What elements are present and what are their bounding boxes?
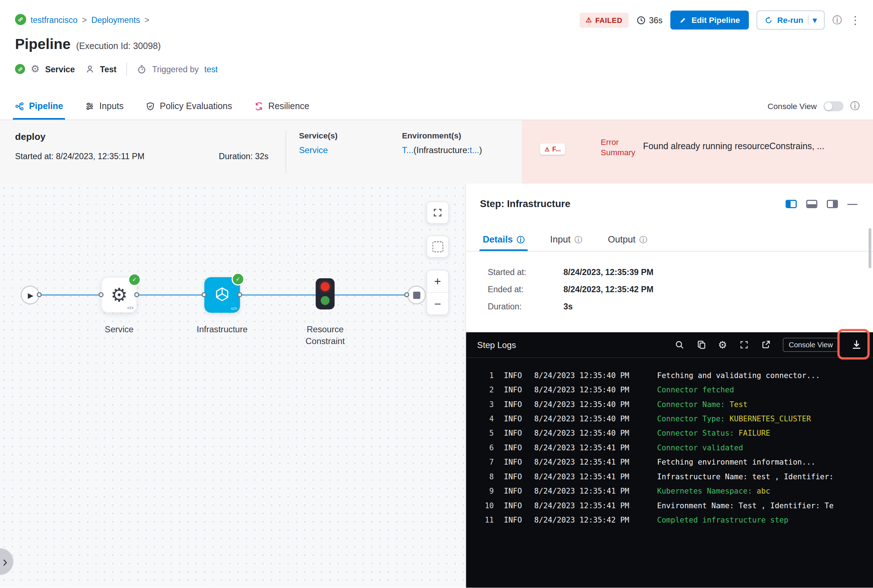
log-settings-icon[interactable]: ⚙ [718,340,727,350]
marquee-select-button[interactable] [427,236,449,258]
detail-row-duration: Duration: 3s [488,302,573,311]
step-details-panel: Step: Infrastructure — Details ⓘ Input ⓘ… [466,184,873,588]
edge [39,294,101,296]
log-line: 4INFO8/24/2023 12:35:40 PMConnector Type… [466,411,873,426]
console-view-button[interactable]: Console View [783,338,839,352]
environment-link[interactable]: T...(Infrastructure:t...) [402,145,482,155]
log-message-segment: Fetching environment information... [657,458,816,466]
fit-to-screen-button[interactable] [427,201,449,224]
step-logs-title: Step Logs [477,340,516,350]
connector-dot [37,292,42,297]
triggered-by-user-link[interactable]: test [204,64,218,74]
harness-link-icon [15,14,26,25]
log-message: Fetching environment information... [657,458,816,466]
log-level: INFO [504,399,522,408]
log-level: INFO [504,458,522,466]
marquee-icon [432,242,443,252]
log-line-number: 1 [477,368,494,382]
node-label-infrastructure: Infrastructure [186,324,258,336]
detail-label: Started at: [488,267,563,276]
resource-constraint-node[interactable] [316,278,335,309]
log-level: INFO [504,370,522,380]
detail-row-ended: Ended at: 8/24/2023, 12:35:42 PM [488,284,653,294]
log-timestamp: 8/24/2023 12:35:40 PM [534,399,630,408]
tab-resilience[interactable]: Resilience [254,92,310,120]
end-node[interactable] [407,285,426,304]
link-icon [15,64,25,74]
zoom-in-button[interactable]: + [427,270,448,292]
log-timestamp: 8/24/2023 12:35:41 PM [534,472,630,481]
tab-output[interactable]: Output ⓘ [608,228,647,251]
error-summary-text: Found already running resourceConstrains… [643,141,867,151]
warning-icon: ⚠ [545,146,550,152]
stage-duration: Duration: 32s [219,151,269,160]
more-menu-icon[interactable]: ⋮ [850,14,861,26]
error-strip: ⚠ F... Error Summary Found already runni… [521,120,873,183]
log-message: Connector Type: KUBERNETES_CLUSTER [657,414,811,423]
log-line: 5INFO8/24/2023 12:35:40 PMConnector Stat… [466,426,873,440]
view-tabbar: Pipeline Inputs Policy Evaluations Resil… [0,92,873,120]
edge [240,294,316,296]
log-message-segment: Connector Type: [657,414,730,423]
log-message-segment: Kubernetes Namespace: [657,486,757,495]
error-summary-label: Error Summary [601,137,642,158]
play-icon: ▶ [28,291,34,299]
log-lines[interactable]: 1INFO8/24/2023 12:35:40 PMFetching and v… [466,358,873,588]
copy-icon[interactable] [696,340,706,350]
error-status-badge: ⚠ F... [540,143,565,154]
minimize-panel-icon[interactable]: — [847,199,857,209]
log-level: INFO [504,414,522,423]
download-logs-icon[interactable] [851,339,862,350]
tab-pipeline[interactable]: Pipeline [15,92,63,120]
tab-policy-evaluations[interactable]: Policy Evaluations [146,92,232,120]
log-toolbar: ⚙ Console View [675,338,861,352]
rerun-button[interactable]: Re-run ▾ [757,11,825,30]
rerun-icon [765,16,773,24]
service-link[interactable]: Service [299,145,338,155]
pencil-icon [679,16,687,24]
service-step-node[interactable]: ⚙ ✓ </> [101,277,137,313]
log-line: 9INFO8/24/2023 12:35:41 PMKubernetes Nam… [466,483,873,498]
success-check-icon: ✓ [231,273,244,285]
panel-scrollbar[interactable] [869,228,871,268]
tab-label: Input [550,234,571,245]
title-row: Pipeline (Execution Id: 30098) [15,36,161,53]
log-message: Connector Name: Test [657,399,748,408]
log-level: INFO [504,429,522,437]
connector-dot [404,292,409,297]
service-name[interactable]: Service [45,64,75,74]
tab-details[interactable]: Details ⓘ [483,228,524,251]
log-message: Fetching and validating connector... [657,370,820,380]
tab-input[interactable]: Input ⓘ [550,228,583,251]
log-message-segment: Connector fetched [657,385,734,394]
breadcrumb-project-link[interactable]: testfrancisco [31,15,78,24]
console-view-toggle[interactable] [823,101,844,111]
layout-split-left-icon[interactable] [786,200,797,208]
log-timestamp: 8/24/2023 12:35:41 PM [534,443,630,452]
toggle-knob [825,102,832,110]
log-message: Connector validated [657,443,743,452]
pipeline-canvas[interactable]: + − ▶ ⚙ ✓ </> ✓ </> [0,184,466,588]
layout-split-right-icon[interactable] [827,200,838,208]
log-line: 3INFO8/24/2023 12:35:40 PMConnector Name… [466,397,873,411]
info-icon[interactable]: ⓘ [832,15,841,25]
expand-sidebar-chevron[interactable]: › [0,548,13,575]
external-link-icon[interactable] [761,340,770,350]
breadcrumb-deployments-link[interactable]: Deployments [91,15,140,24]
services-label: Service(s) [299,131,338,140]
zoom-out-button[interactable]: − [427,293,448,315]
fullscreen-icon[interactable] [739,340,748,350]
search-icon[interactable] [675,340,684,350]
log-message-segment: abc [757,486,770,495]
info-icon[interactable]: ⓘ [850,101,859,111]
gear-icon: ⚙ [31,64,40,74]
tab-inputs[interactable]: Inputs [86,92,124,120]
tab-label: Output [608,234,636,245]
connector-dot [134,292,139,297]
gear-icon: ⚙ [111,285,128,304]
log-timestamp: 8/24/2023 12:35:42 PM [534,515,630,524]
layout-split-bottom-icon[interactable] [806,200,817,208]
environment-name[interactable]: Test [100,64,116,74]
edit-pipeline-button[interactable]: Edit Pipeline [670,11,749,30]
infrastructure-step-node[interactable]: ✓ </> [204,277,240,313]
